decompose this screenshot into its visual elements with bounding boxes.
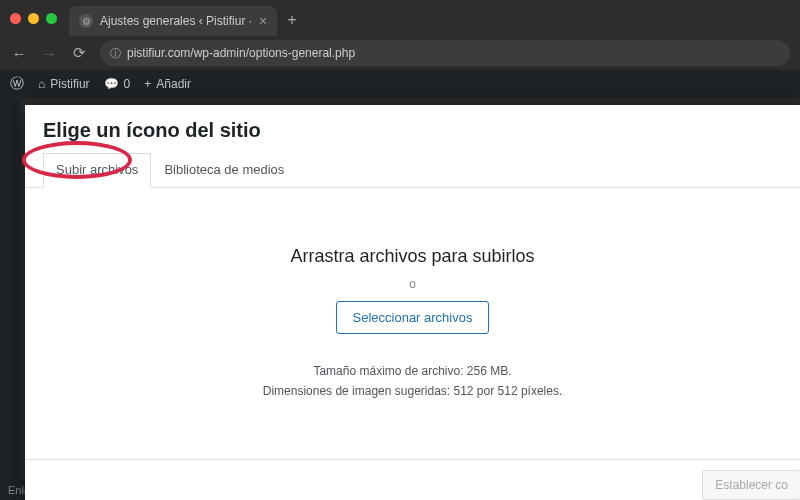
reload-button[interactable]: ⟳	[70, 44, 88, 62]
media-modal: Elige un ícono del sitio Subir archivos …	[25, 105, 800, 500]
tab-label: Subir archivos	[56, 162, 138, 177]
tab-favicon-icon: ⚙	[79, 14, 93, 28]
tab-media-library[interactable]: Biblioteca de medios	[151, 153, 297, 188]
upload-dropzone[interactable]: Arrastra archivos para subirlos o Selecc…	[25, 188, 800, 459]
browser-toolbar: ← → ⟳ ⓘ pistifiur.com/wp-admin/options-g…	[0, 36, 800, 70]
wp-sidebar	[0, 98, 20, 500]
minimize-window-icon[interactable]	[28, 13, 39, 24]
tab-upload-files[interactable]: Subir archivos	[43, 153, 151, 188]
tab-label: Biblioteca de medios	[164, 162, 284, 177]
max-filesize: Tamaño máximo de archivo: 256 MB.	[263, 362, 563, 381]
site-name: Pistifiur	[50, 77, 89, 91]
add-new-label: Añadir	[156, 77, 191, 91]
home-icon: ⌂	[38, 77, 45, 91]
url-field[interactable]: ⓘ pistifiur.com/wp-admin/options-general…	[100, 40, 790, 66]
wp-admin-bar: ⓦ ⌂ Pistifiur 💬 0 + Añadir	[0, 70, 800, 98]
window-controls	[10, 13, 57, 24]
set-site-icon-button[interactable]: Establecer co	[702, 470, 800, 500]
browser-tab-strip: ⚙ Ajustes generales ‹ Pistifiur · × +	[0, 0, 800, 36]
modal-footer: Establecer co	[25, 459, 800, 500]
set-button-label: Establecer co	[715, 478, 788, 492]
modal-tabs: Subir archivos Biblioteca de medios	[25, 152, 800, 188]
site-info-icon[interactable]: ⓘ	[110, 46, 121, 61]
dropzone-heading: Arrastra archivos para subirlos	[290, 246, 534, 267]
tab-title: Ajustes generales ‹ Pistifiur ·	[100, 14, 252, 28]
new-tab-button[interactable]: +	[287, 11, 296, 29]
add-new-link[interactable]: + Añadir	[144, 77, 191, 91]
comments-count: 0	[124, 77, 131, 91]
maximize-window-icon[interactable]	[46, 13, 57, 24]
comment-icon: 💬	[104, 77, 119, 91]
wordpress-logo-icon[interactable]: ⓦ	[10, 75, 24, 93]
dropzone-or: o	[409, 277, 416, 291]
close-window-icon[interactable]	[10, 13, 21, 24]
suggested-dimensions: Dimensiones de imagen sugeridas: 512 por…	[263, 382, 563, 401]
upload-meta: Tamaño máximo de archivo: 256 MB. Dimens…	[263, 362, 563, 400]
browser-tab[interactable]: ⚙ Ajustes generales ‹ Pistifiur · ×	[69, 6, 277, 36]
plus-icon: +	[144, 77, 151, 91]
forward-button[interactable]: →	[40, 45, 58, 62]
modal-title: Elige un ícono del sitio	[25, 105, 800, 152]
select-files-button[interactable]: Seleccionar archivos	[336, 301, 490, 334]
comments-link[interactable]: 💬 0	[104, 77, 131, 91]
url-text: pistifiur.com/wp-admin/options-general.p…	[127, 46, 355, 60]
site-link[interactable]: ⌂ Pistifiur	[38, 77, 90, 91]
select-files-label: Seleccionar archivos	[353, 310, 473, 325]
close-tab-icon[interactable]: ×	[259, 13, 267, 29]
back-button[interactable]: ←	[10, 45, 28, 62]
